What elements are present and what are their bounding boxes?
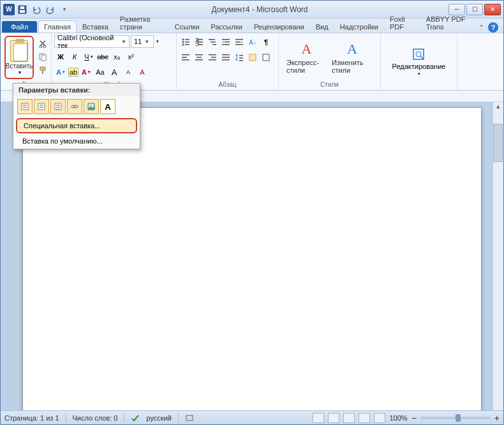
tab-mailings[interactable]: Рассылки (205, 20, 248, 33)
ribbon-tabs: Файл Главная Вставка Разметка страни Ссы… (1, 19, 503, 33)
chevron-down-icon[interactable]: ▾ (156, 39, 159, 44)
zoom-out-button[interactable]: − (411, 413, 417, 423)
web-view-button[interactable] (343, 413, 355, 423)
zoom-slider[interactable] (420, 417, 491, 419)
font-size-combo[interactable]: 11▼ (131, 35, 154, 48)
svg-rect-44 (239, 60, 243, 61)
scroll-thumb[interactable] (493, 124, 503, 162)
change-styles-button[interactable]: A Изменить стили (332, 41, 373, 74)
font-name-combo[interactable]: Calibri (Основной тек▼ (54, 35, 130, 48)
word-app-icon[interactable]: W (3, 4, 15, 15)
bullets-button[interactable] (179, 36, 192, 48)
format-painter-icon[interactable] (36, 64, 49, 77)
show-marks-button[interactable]: ¶ (260, 36, 272, 48)
font-color-button[interactable]: A▾ (80, 66, 93, 78)
svg-rect-37 (211, 57, 216, 58)
clipboard-icon (10, 40, 28, 62)
svg-text:3: 3 (195, 40, 199, 47)
bold-button[interactable]: Ж (54, 50, 67, 63)
zoom-in-button[interactable]: + (494, 413, 500, 423)
paste-default-item[interactable]: Вставка по умолчанию... (16, 135, 137, 147)
save-icon[interactable] (16, 3, 29, 16)
multilevel-button[interactable] (206, 36, 219, 48)
find-icon (411, 47, 426, 61)
svg-rect-23 (212, 44, 216, 45)
qat-customize-icon[interactable]: ▾ (58, 3, 71, 16)
change-case-button[interactable]: Aa (94, 66, 107, 78)
shrink-font-button[interactable]: A (122, 66, 135, 78)
justify-button[interactable] (219, 51, 232, 64)
paste-merge-icon[interactable] (34, 99, 49, 114)
outline-view-button[interactable] (359, 413, 370, 423)
vertical-scrollbar[interactable]: ▴ (493, 102, 503, 410)
highlight-button[interactable]: ab (68, 68, 78, 77)
paste-link-icon[interactable] (67, 99, 82, 114)
svg-rect-52 (38, 103, 45, 110)
shading-button[interactable] (246, 51, 259, 64)
file-tab[interactable]: Файл (2, 21, 37, 33)
minimize-ribbon-icon[interactable]: ⌃ (478, 24, 484, 32)
paste-keep-source-icon[interactable] (17, 99, 33, 114)
document-page[interactable] (22, 107, 482, 410)
tab-view[interactable]: Вид (310, 20, 334, 33)
tab-addins[interactable]: Надстройки (334, 20, 384, 33)
increase-indent-button[interactable] (233, 36, 246, 48)
editing-button[interactable]: Редактирование ▾ (387, 45, 451, 79)
svg-rect-32 (182, 59, 189, 61)
subscript-button[interactable]: x₂ (110, 50, 123, 63)
clear-format-button[interactable]: A (136, 66, 149, 78)
text-effects-button[interactable]: A▾ (54, 66, 67, 78)
align-right-button[interactable] (206, 51, 219, 64)
insert-mode-icon[interactable] (185, 414, 194, 422)
svg-rect-35 (195, 59, 203, 61)
zoom-level[interactable]: 100% (389, 414, 407, 422)
paste-keep-text-icon[interactable] (50, 99, 66, 114)
paste-button[interactable]: Вставить ▼ (4, 36, 34, 79)
language-status[interactable]: русский (146, 414, 171, 422)
redo-icon[interactable] (44, 3, 57, 16)
paste-picture-icon[interactable] (84, 99, 99, 114)
print-layout-view-button[interactable] (313, 413, 324, 423)
line-spacing-button[interactable] (233, 51, 246, 64)
quick-styles-button[interactable]: A Экспресс-стили (286, 41, 327, 74)
tab-home[interactable]: Главная (38, 20, 77, 33)
tab-review[interactable]: Рецензировани (248, 20, 310, 33)
decrease-indent-button[interactable] (219, 36, 232, 48)
fullscreen-view-button[interactable] (328, 413, 339, 423)
sort-button[interactable]: A↓ (246, 36, 259, 48)
statusbar: Страница: 1 из 1 Число слов: 0 русский 1… (1, 410, 503, 424)
page-status[interactable]: Страница: 1 из 1 (4, 414, 59, 422)
numbering-button[interactable]: 123 (193, 36, 205, 48)
clipboard-group: Вставить ▼ Бу (1, 33, 52, 90)
copy-icon[interactable] (36, 50, 49, 63)
tab-abbyy[interactable]: ABBYY PDF Trans (420, 13, 478, 33)
svg-rect-46 (263, 54, 269, 61)
draft-view-button[interactable] (374, 413, 385, 423)
svg-point-11 (182, 41, 184, 43)
tab-foxit[interactable]: Foxit PDF (384, 13, 420, 33)
svg-rect-43 (239, 57, 243, 59)
underline-button[interactable]: Ч▾ (82, 50, 95, 63)
grow-font-button[interactable]: A (108, 66, 121, 78)
paste-text-only-icon[interactable]: A (100, 99, 115, 114)
cut-icon[interactable] (36, 37, 49, 50)
svg-rect-7 (40, 67, 45, 70)
undo-icon[interactable] (30, 3, 43, 16)
paste-special-item[interactable]: Специальная вставка... (16, 118, 137, 133)
tab-references[interactable]: Ссылки (169, 20, 205, 33)
spellcheck-icon[interactable] (131, 414, 140, 422)
superscript-button[interactable]: x² (124, 50, 137, 63)
ribbon: Вставить ▼ Бу Calibri (Основной тек▼ 11▼… (1, 33, 503, 91)
word-count[interactable]: Число слов: 0 (73, 414, 118, 422)
svg-rect-24 (222, 39, 230, 40)
borders-button[interactable] (260, 51, 272, 64)
help-icon[interactable]: ? (488, 22, 498, 33)
italic-button[interactable]: К (68, 50, 81, 63)
align-left-button[interactable] (179, 51, 192, 64)
tab-insert[interactable]: Вставка (77, 20, 114, 33)
align-center-button[interactable] (193, 51, 205, 64)
tab-layout[interactable]: Разметка страни (114, 13, 169, 33)
strike-button[interactable]: abc (96, 50, 109, 63)
close-button[interactable]: ✕ (484, 4, 501, 15)
svg-rect-31 (182, 57, 187, 58)
